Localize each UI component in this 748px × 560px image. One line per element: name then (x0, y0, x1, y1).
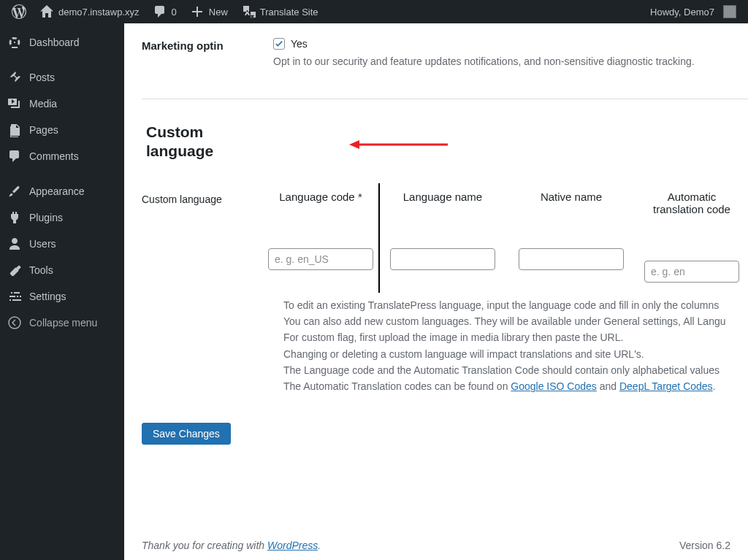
column-divider (378, 183, 380, 293)
admin-topbar: demo7.instawp.xyz 0 New Translate Site H… (0, 0, 748, 23)
help-line: For custom flag, first upload the image … (283, 329, 748, 345)
comments-icon (7, 149, 22, 164)
plus-icon (190, 4, 205, 19)
sidebar-label: Appearance (29, 185, 85, 197)
sidebar-separator (0, 169, 124, 178)
sidebar-item-posts[interactable]: Posts (0, 64, 124, 91)
translate-site-link[interactable]: Translate Site (235, 0, 324, 23)
media-icon (7, 96, 22, 111)
comment-icon (153, 4, 167, 19)
google-iso-link[interactable]: Google ISO Codes (511, 380, 597, 392)
check-icon (275, 40, 283, 47)
sidebar-item-users[interactable]: Users (0, 231, 124, 257)
optin-checkbox-row: Yes (273, 38, 748, 50)
pages-icon (7, 123, 22, 137)
optin-checkbox[interactable] (273, 38, 285, 50)
topbar-right: Howdy, Demo7 (644, 0, 742, 23)
translate-label: Translate Site (260, 7, 318, 18)
col-head-code: Language code * (279, 191, 362, 203)
save-button-row: Save Changes (124, 395, 748, 445)
sidebar-item-media[interactable]: Media (0, 91, 124, 117)
sidebar-label: Tools (29, 264, 53, 276)
sidebar-label: Users (29, 238, 56, 250)
sidebar-item-appearance[interactable]: Appearance (0, 178, 124, 204)
col-head-auto: Automatic translation code (641, 191, 743, 215)
marketing-optin-body: Yes Opt in to our security and feature u… (273, 38, 748, 69)
save-button[interactable]: Save Changes (142, 423, 231, 445)
site-home-link[interactable]: demo7.instawp.xyz (34, 0, 145, 23)
dashboard-icon (7, 35, 22, 50)
help-line: The Language code and the Automatic Tran… (283, 362, 748, 378)
brush-icon (7, 184, 22, 199)
home-icon (39, 4, 54, 19)
custom-language-columns: Language code * Language name Native nam… (263, 191, 748, 283)
plug-icon (7, 210, 22, 225)
avatar (723, 5, 736, 18)
column-language-code: Language code * (263, 191, 378, 283)
help-line: You can also add new custom languages. T… (283, 313, 748, 329)
column-language-name: Language name (378, 191, 507, 283)
sidebar-label: Comments (29, 150, 79, 162)
language-name-input[interactable] (390, 248, 495, 270)
site-name: demo7.instawp.xyz (58, 7, 140, 18)
wordpress-icon (12, 4, 26, 19)
sidebar-item-comments[interactable]: Comments (0, 143, 124, 169)
comments-count: 0 (172, 7, 177, 18)
wp-logo[interactable] (6, 0, 32, 23)
sidebar-label: Dashboard (29, 37, 80, 48)
admin-sidebar: Dashboard Posts Media Pages Comments App… (0, 23, 124, 560)
marketing-optin-label: Marketing optin (142, 38, 273, 69)
help-text-block: To edit an existing TranslatePress langu… (142, 283, 748, 395)
user-icon (7, 237, 22, 251)
footer-thanks: Thank you for creating with WordPress. (142, 540, 321, 551)
account-link[interactable]: Howdy, Demo7 (644, 0, 742, 23)
translate-icon (241, 4, 256, 19)
sidebar-label: Plugins (29, 212, 63, 223)
svg-marker-2 (349, 140, 359, 149)
col-head-native: Native name (541, 191, 602, 203)
col-head-name: Language name (403, 191, 482, 203)
footer-version: Version 6.2 (679, 540, 730, 551)
sliders-icon (7, 289, 22, 304)
optin-description: Opt in to our security and feature updat… (273, 54, 748, 69)
new-link[interactable]: New (184, 0, 234, 23)
howdy-text: Howdy, Demo7 (650, 7, 714, 18)
topbar-left: demo7.instawp.xyz 0 New Translate Site (6, 0, 644, 23)
sidebar-separator (0, 55, 124, 64)
collapse-icon (7, 315, 22, 330)
language-code-input[interactable] (268, 248, 373, 270)
optin-yes-label: Yes (291, 38, 308, 50)
native-name-input[interactable] (519, 248, 624, 270)
help-line: The Automatic Translation codes can be f… (283, 378, 748, 394)
sidebar-label: Media (29, 98, 57, 110)
sidebar-item-collapse[interactable]: Collapse menu (0, 310, 124, 336)
sidebar-item-dashboard[interactable]: Dashboard (0, 29, 124, 55)
custom-language-heading-row: Custom language (124, 99, 748, 176)
admin-footer: Thank you for creating with WordPress. V… (142, 526, 730, 560)
column-auto-translation-code: Automatic translation code (636, 191, 748, 283)
help-line: To edit an existing TranslatePress langu… (283, 297, 748, 313)
marketing-optin-row: Marketing optin Yes Opt in to our securi… (124, 23, 748, 99)
sidebar-label: Posts (29, 72, 55, 83)
sidebar-label: Collapse menu (29, 317, 97, 329)
wrench-icon (7, 263, 22, 277)
sidebar-item-settings[interactable]: Settings (0, 283, 124, 310)
pin-icon (7, 70, 22, 85)
custom-language-table: Custom language Language code * Language… (124, 176, 748, 283)
sidebar-item-tools[interactable]: Tools (0, 257, 124, 283)
svg-point-0 (9, 317, 20, 329)
auto-translation-code-input[interactable] (644, 261, 739, 283)
annotation-arrow (349, 137, 451, 152)
main-content: Marketing optin Yes Opt in to our securi… (124, 23, 748, 560)
sidebar-label: Pages (29, 124, 58, 136)
sidebar-item-plugins[interactable]: Plugins (0, 204, 124, 231)
comments-link[interactable]: 0 (147, 0, 183, 23)
sidebar-label: Settings (29, 291, 66, 302)
column-native-name: Native name (507, 191, 636, 283)
help-line: Changing or deleting a custom language w… (283, 346, 748, 362)
deepl-codes-link[interactable]: DeepL Target Codes (619, 380, 713, 392)
wordpress-link[interactable]: WordPress (267, 540, 318, 551)
custom-language-row-label: Custom language (142, 191, 263, 283)
sidebar-item-pages[interactable]: Pages (0, 117, 124, 143)
new-label: New (209, 7, 228, 18)
